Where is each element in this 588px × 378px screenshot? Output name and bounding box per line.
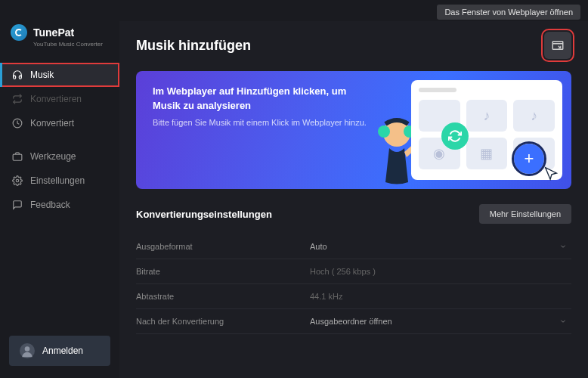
app-name: TunePat bbox=[33, 26, 74, 39]
more-settings-button[interactable]: Mehr Einstellungen bbox=[479, 204, 571, 224]
setting-row-nach-konvertierung: Nach der Konvertierung Ausgabeordner öff… bbox=[136, 309, 571, 334]
sidebar-item-label: Konvertieren bbox=[30, 94, 82, 104]
avatar-icon bbox=[20, 343, 35, 358]
external-window-icon bbox=[551, 39, 565, 52]
chat-icon bbox=[12, 200, 23, 210]
logo-icon bbox=[11, 24, 27, 41]
setting-row-abtastrate: Abtastrate 44.1 kHz bbox=[136, 284, 571, 309]
setting-value-dropdown[interactable]: Ausgabeordner öffnen bbox=[310, 317, 571, 326]
svg-point-4 bbox=[16, 179, 19, 182]
app-logo: TunePat bbox=[0, 24, 119, 42]
setting-label: Ausgabeformat bbox=[136, 242, 310, 251]
headphones-icon bbox=[12, 70, 23, 80]
sidebar: TunePat YouTube Music Converter Musik Ko… bbox=[0, 21, 119, 378]
sidebar-item-musik[interactable]: Musik bbox=[0, 63, 119, 87]
setting-label: Nach der Konvertierung bbox=[136, 317, 310, 326]
sidebar-item-einstellungen[interactable]: Einstellungen bbox=[0, 169, 119, 193]
svg-rect-7 bbox=[552, 42, 563, 50]
settings-title: Konvertierungseinstellungen bbox=[136, 209, 272, 220]
setting-value-readonly: Hoch ( 256 kbps ) bbox=[310, 267, 571, 276]
hero-card: Im Webplayer auf Hinzufügen klicken, um … bbox=[136, 71, 571, 189]
setting-value-readonly: 44.1 kHz bbox=[310, 292, 571, 301]
cursor-icon bbox=[543, 165, 559, 181]
svg-point-6 bbox=[25, 346, 30, 352]
webplayer-tooltip: Das Fenster von Webplayer öffnen bbox=[437, 5, 580, 20]
app-subtitle: YouTube Music Converter bbox=[0, 41, 119, 58]
page-title: Musik hinzufügen bbox=[136, 38, 251, 54]
chevron-down-icon bbox=[559, 243, 567, 250]
sidebar-item-label: Konvertiert bbox=[30, 118, 74, 129]
convert-icon bbox=[12, 94, 23, 104]
sidebar-item-label: Musik bbox=[30, 70, 54, 80]
setting-label: Abtastrate bbox=[136, 292, 310, 301]
titlebar: Das Fenster von Webplayer öffnen bbox=[0, 0, 588, 21]
sidebar-item-label: Einstellungen bbox=[30, 175, 85, 186]
chevron-down-icon bbox=[559, 318, 567, 325]
setting-row-ausgabeformat: Ausgabeformat Auto bbox=[136, 234, 571, 259]
login-button[interactable]: Anmelden bbox=[9, 336, 110, 366]
login-label: Anmelden bbox=[42, 345, 83, 356]
svg-rect-3 bbox=[13, 154, 22, 160]
plus-icon: + bbox=[514, 144, 544, 174]
sidebar-item-label: Feedback bbox=[30, 200, 70, 210]
toolbox-icon bbox=[12, 151, 23, 162]
hero-illustration: ♪ ♪ ◉ ▦ + bbox=[382, 71, 571, 189]
refresh-icon bbox=[441, 122, 469, 150]
main-content: Musik hinzufügen Im Webplayer auf Hinzuf… bbox=[119, 21, 588, 378]
setting-row-bitrate: Bitrate Hoch ( 256 kbps ) bbox=[136, 259, 571, 284]
sidebar-item-konvertiert[interactable]: Konvertiert bbox=[0, 111, 119, 135]
sidebar-item-feedback[interactable]: Feedback bbox=[0, 193, 119, 217]
hero-subtitle: Bitte fügen Sie Musik mit einem Klick im… bbox=[153, 118, 379, 127]
gear-icon bbox=[12, 175, 23, 186]
hero-title: Im Webplayer auf Hinzufügen klicken, um … bbox=[153, 85, 372, 113]
svg-point-9 bbox=[378, 125, 390, 138]
sidebar-item-werkzeuge[interactable]: Werkzeuge bbox=[0, 144, 119, 169]
setting-label: Bitrate bbox=[136, 267, 310, 276]
clock-icon bbox=[12, 118, 23, 129]
open-webplayer-button[interactable] bbox=[544, 32, 571, 59]
sidebar-item-konvertieren: Konvertieren bbox=[0, 87, 119, 111]
setting-value-dropdown[interactable]: Auto bbox=[310, 242, 571, 251]
sidebar-item-label: Werkzeuge bbox=[30, 151, 76, 162]
